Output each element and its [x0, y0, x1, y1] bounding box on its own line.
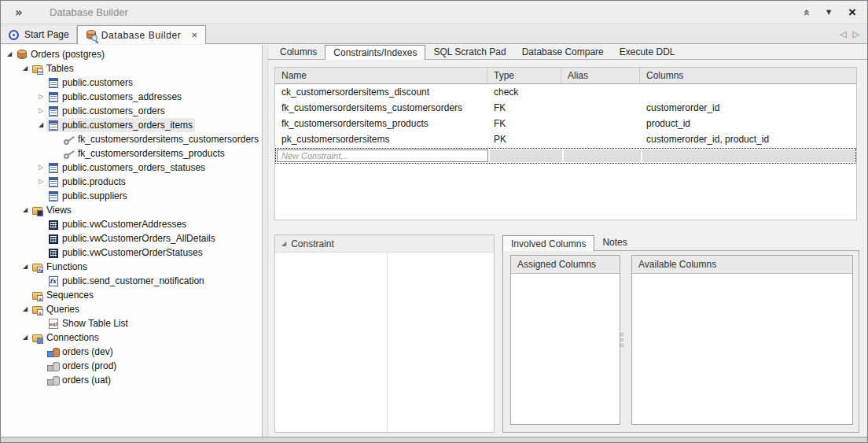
column-header-type[interactable]: Type [487, 68, 561, 83]
table-icon [47, 77, 60, 89]
tree-item-show-table-list[interactable]: Show Table List [1, 316, 262, 330]
chevron-double-up-icon[interactable] [799, 9, 811, 16]
view-icon [47, 233, 60, 245]
tree-item-tables[interactable]: Tables [1, 61, 262, 76]
tree-item-public-products[interactable]: public.products [1, 175, 262, 189]
builder-panel: Columns Constraints/Indexes SQL Scratch … [268, 45, 867, 437]
table-row[interactable]: ck_customersordersitems_discount check [275, 84, 856, 100]
columns-list-splitter[interactable] [618, 255, 626, 425]
folder-functions-icon [31, 261, 44, 273]
tree-item-orders-uat[interactable]: orders (uat) [1, 373, 262, 387]
query-icon [47, 318, 60, 330]
connection-icon [47, 360, 60, 372]
constraint-property-grid[interactable] [275, 253, 494, 432]
close-tab-icon[interactable] [191, 31, 197, 39]
function-icon [47, 275, 60, 287]
tree-item-fk-customersordersitems-products[interactable]: fk_customersordersitems_products [1, 146, 262, 161]
table-icon [47, 91, 60, 103]
expand-arrow-icon[interactable] [4, 47, 15, 61]
tree-item-public-suppliers[interactable]: public.suppliers [1, 189, 262, 203]
tree-item-public-vwcustomeraddresses[interactable]: public.vwCustomerAddresses [1, 217, 262, 231]
chevron-double-right-icon[interactable] [15, 6, 35, 20]
column-header-columns[interactable]: Columns [640, 68, 856, 83]
column-header-name[interactable]: Name [275, 68, 487, 83]
folder-views-icon [31, 205, 44, 216]
expand-arrow-icon[interactable] [20, 61, 31, 76]
key-icon [63, 134, 75, 146]
tree-item-fk-customersordersitems-customersorders[interactable]: fk_customersordersitems_customersorders [1, 132, 262, 146]
collapse-arrow-icon[interactable] [35, 175, 46, 189]
tree-item-public-send-customer-notification[interactable]: public.send_customer_notification [1, 274, 262, 288]
view-icon [47, 219, 60, 231]
tree-item-public-vwcustomerorders-alldetails[interactable]: public.vwCustomerOrders_AllDetails [1, 231, 262, 245]
new-constraint-row[interactable]: New Constraint... [275, 148, 856, 164]
table-row[interactable]: fk_customersordersitems_customersorders … [275, 100, 856, 116]
tree-item-orders-dev[interactable]: orders (dev) [1, 345, 262, 359]
titlebar: Database Builder [1, 1, 867, 24]
database-builder-window: Database Builder Start Page Database Bui… [0, 0, 868, 443]
constraint-details-panel: Involved Columns Notes Assigned Columns … [502, 234, 859, 433]
constraint-properties-panel: Constraint [274, 234, 495, 433]
tree-item-public-vwcustomerorderstatuses[interactable]: public.vwCustomerOrderStatuses [1, 245, 262, 260]
tab-start-page[interactable]: Start Page [1, 26, 77, 43]
table-row[interactable]: fk_customersordersitems_products FK prod… [275, 116, 856, 131]
view-icon [47, 247, 60, 259]
available-columns-listbox[interactable] [632, 274, 852, 424]
available-columns-header: Available Columns [632, 256, 852, 274]
tab-involved-columns[interactable]: Involved Columns [502, 235, 594, 251]
tree-item-views[interactable]: Views [1, 203, 262, 217]
table-row[interactable]: pk_customersordersitems PK customerorder… [275, 131, 856, 147]
table-icon [47, 190, 60, 202]
tab-execute-ddl[interactable]: Execute DDL [612, 45, 683, 59]
tab-columns[interactable]: Columns [272, 45, 325, 59]
tree-item-functions[interactable]: Functions [1, 260, 262, 274]
tab-database-compare[interactable]: Database Compare [514, 45, 612, 59]
tree-splitter[interactable] [262, 45, 268, 437]
key-icon [63, 148, 75, 160]
expand-arrow-icon[interactable] [20, 260, 31, 274]
new-constraint-input[interactable]: New Constraint... [277, 150, 488, 162]
tab-scroll-controls: ◁ ▷ [840, 29, 859, 39]
table-icon [47, 105, 60, 117]
tree-item-public-customers-addresses[interactable]: public.customers_addresses [1, 90, 262, 104]
tree-item-orders-postgres[interactable]: Orders (postgres) [1, 47, 262, 61]
collapse-arrow-icon[interactable] [35, 104, 46, 118]
expand-arrow-icon[interactable] [35, 118, 46, 132]
tree-item-queries[interactable]: Queries [1, 302, 262, 316]
tab-sql-scratch-pad[interactable]: SQL Scratch Pad [425, 45, 513, 59]
constraint-panel-header[interactable]: Constraint [275, 235, 494, 253]
scroll-tabs-right-icon[interactable]: ▷ [853, 29, 859, 39]
collapse-arrow-icon[interactable] [35, 161, 46, 175]
tree-item-orders-prod[interactable]: orders (prod) [1, 359, 262, 373]
connection-active-icon [47, 346, 60, 358]
tab-database-builder[interactable]: Database Builder [77, 25, 206, 44]
scroll-tabs-left-icon[interactable]: ◁ [840, 29, 846, 39]
expand-arrow-icon[interactable] [20, 330, 31, 345]
expand-arrow-icon[interactable] [20, 302, 31, 316]
tree-item-public-customers-orders-items[interactable]: public.customers_orders_items [1, 118, 262, 132]
database-search-icon [85, 29, 97, 41]
tree-item-sequences[interactable]: Sequences [1, 288, 262, 302]
tree-item-public-customers[interactable]: public.customers [1, 76, 262, 90]
assigned-columns-listbox[interactable] [511, 274, 620, 424]
tree-item-public-customers-orders[interactable]: public.customers_orders [1, 104, 262, 118]
tree-item-connections[interactable]: Connections [1, 330, 262, 345]
column-header-alias[interactable]: Alias [561, 68, 640, 83]
magnifier-icon [91, 35, 99, 42]
folder-sequences-icon [31, 290, 44, 301]
window-menu-caret-icon[interactable] [826, 9, 831, 16]
assigned-columns-list: Assigned Columns [510, 255, 620, 425]
tab-constraints-indexes[interactable]: Constraints/Indexes [325, 45, 425, 60]
details-tab-bar: Involved Columns Notes [502, 234, 859, 250]
tab-label: Start Page [24, 29, 69, 40]
window-bottom-strip [1, 437, 867, 442]
expand-arrow-icon[interactable] [20, 203, 31, 217]
tab-notes[interactable]: Notes [594, 235, 634, 250]
window-close-icon[interactable] [848, 7, 856, 18]
tree-item-public-customers-orders-statuses[interactable]: public.customers_orders_statuses [1, 161, 262, 175]
constraints-table: Name Type Alias Columns ck_customersorde… [274, 67, 857, 220]
database-icon [16, 49, 28, 61]
collapse-arrow-icon[interactable] [35, 90, 46, 104]
collapse-section-icon[interactable] [281, 240, 286, 247]
connection-icon [47, 375, 60, 386]
